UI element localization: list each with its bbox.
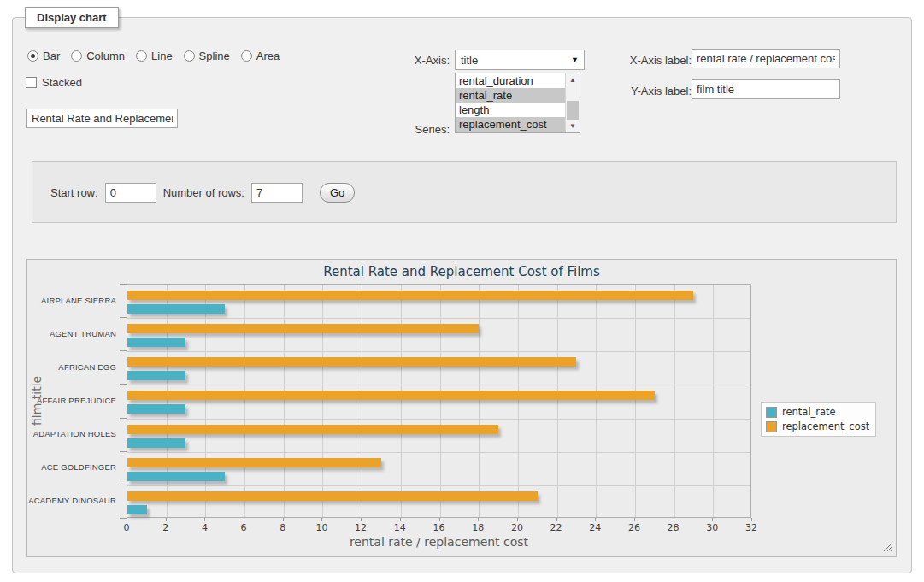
category-label: AFRICAN EGG	[27, 362, 116, 372]
panel-legend: Display chart	[25, 7, 119, 28]
x-tick-label: 30	[699, 522, 725, 533]
x-tick-label: 0	[114, 522, 139, 533]
plot-area	[127, 284, 751, 518]
radio-spline-icon[interactable]	[184, 50, 195, 62]
radio-area-icon[interactable]	[241, 50, 252, 62]
chart-title: Rental Rate and Replacement Cost of Film…	[27, 264, 896, 279]
bar-rental_rate	[127, 371, 185, 380]
series-listbox-scrollbar[interactable]: ▲ ▼	[565, 73, 580, 132]
category-label: AFFAIR PREJUDICE	[27, 396, 116, 405]
bar-rental_rate	[127, 505, 147, 514]
category-label: ADAPTATION HOLES	[27, 429, 116, 438]
series-listbox[interactable]: rental_duration rental_rate length repla…	[455, 73, 580, 133]
series-listbox-items: rental_duration rental_rate length repla…	[456, 73, 565, 132]
radio-bar-label: Bar	[43, 50, 60, 62]
radio-column-icon[interactable]	[71, 50, 82, 62]
category-label: ACE GOLDFINGER	[27, 462, 116, 472]
series-option-rental-rate[interactable]: rental_rate	[456, 88, 565, 103]
x-tick-label: 24	[582, 522, 608, 533]
radio-spline[interactable]: Spline	[184, 50, 230, 62]
scroll-down-icon[interactable]: ▼	[566, 120, 580, 132]
chart-legend: rental_ratereplacement_cost	[761, 402, 876, 437]
x-tick-label: 28	[661, 522, 686, 533]
stacked-label: Stacked	[42, 76, 82, 89]
radio-bar[interactable]: Bar	[27, 50, 60, 62]
radio-area[interactable]: Area	[241, 50, 280, 62]
scroll-up-icon[interactable]: ▲	[566, 73, 580, 86]
stacked-checkbox-row: Stacked	[26, 76, 82, 89]
series-option-rental-duration[interactable]: rental_duration	[456, 73, 565, 88]
rows-controls: Start row: Number of rows: Go	[50, 183, 355, 203]
rows-panel: Start row: Number of rows: Go	[32, 161, 897, 223]
category-label: ACADEMY DINOSAUR	[27, 496, 116, 505]
bar-replacement_cost	[127, 291, 693, 300]
x-tick-label: 12	[348, 522, 374, 533]
x-axis-select-value: title	[461, 54, 478, 67]
x-axis-label-field-label: X-Axis label:	[611, 54, 692, 67]
bar-replacement_cost	[127, 458, 381, 467]
y-axis-label-field-label: Y-Axis label:	[611, 85, 692, 97]
bar-rental_rate	[127, 472, 225, 481]
legend-swatch-icon	[766, 407, 777, 418]
x-tick-label: 32	[739, 522, 764, 533]
category-label: AGENT TRUMAN	[27, 329, 116, 338]
start-row-input[interactable]	[105, 183, 156, 203]
legend-label: rental_rate	[782, 406, 836, 418]
x-tick-label: 6	[231, 522, 256, 533]
bar-replacement_cost	[127, 491, 538, 501]
x-tick-label: 8	[270, 522, 296, 533]
x-tick-label: 20	[504, 522, 530, 533]
y-axis-label-input[interactable]	[692, 79, 840, 99]
go-button[interactable]: Go	[320, 183, 355, 203]
x-tick-label: 14	[387, 522, 413, 533]
x-tick-label: 18	[465, 522, 491, 533]
bar-replacement_cost	[127, 357, 576, 367]
radio-line-label: Line	[151, 50, 173, 62]
radio-bar-icon[interactable]	[27, 50, 38, 62]
legend-entry-rental_rate: rental_rate	[766, 406, 869, 418]
x-axis-select[interactable]: title ▼	[455, 50, 585, 70]
x-tick-label: 26	[621, 522, 647, 533]
legend-label: replacement_cost	[782, 420, 869, 432]
radio-area-label: Area	[256, 50, 280, 62]
x-axis-title: rental rate / replacement cost	[127, 535, 751, 549]
legend-swatch-icon	[766, 421, 777, 432]
display-chart-panel: Display chart Bar Column Line Spline Are…	[12, 17, 912, 573]
bar-rental_rate	[127, 438, 185, 448]
radio-line-icon[interactable]	[136, 50, 147, 62]
series-list-label: Series:	[385, 123, 450, 136]
series-option-length[interactable]: length	[456, 103, 565, 117]
stacked-checkbox[interactable]	[26, 77, 37, 88]
x-tick-label: 2	[153, 522, 179, 533]
bar-replacement_cost	[127, 425, 498, 434]
page: Display chart Bar Column Line Spline Are…	[0, 0, 924, 582]
number-of-rows-label: Number of rows:	[163, 186, 244, 199]
x-tick-label: 4	[191, 522, 217, 533]
category-label: AIRPLANE SIERRA	[27, 296, 116, 305]
x-tick-label: 10	[309, 522, 334, 533]
bar-rental_rate	[127, 304, 225, 314]
category-labels: AIRPLANE SIERRAAGENT TRUMANAFRICAN EGGAF…	[27, 284, 121, 518]
chart-type-radio-group: Bar Column Line Spline Area	[27, 50, 280, 62]
x-axis-select-label: X-Axis:	[385, 54, 450, 67]
scrollbar-thumb[interactable]	[567, 101, 579, 120]
radio-line[interactable]: Line	[136, 50, 173, 62]
start-row-label: Start row:	[50, 186, 98, 199]
chart-container: Rental Rate and Replacement Cost of Film…	[26, 259, 897, 557]
radio-column-label: Column	[86, 50, 125, 62]
x-tick-labels: 02468101214161820222426283032	[127, 518, 753, 537]
bar-rental_rate	[127, 404, 185, 414]
legend-entry-replacement_cost: replacement_cost	[766, 420, 869, 432]
bar-replacement_cost	[127, 391, 655, 400]
radio-spline-label: Spline	[199, 50, 230, 62]
x-tick-label: 16	[427, 522, 452, 533]
x-tick-label: 22	[544, 522, 569, 533]
x-axis-label-input[interactable]	[692, 49, 840, 68]
radio-column[interactable]: Column	[71, 50, 125, 62]
chart-title-input[interactable]	[26, 109, 178, 128]
series-option-replacement-cost[interactable]: replacement_cost	[456, 117, 565, 132]
bar-rental_rate	[127, 338, 185, 347]
resize-handle-icon[interactable]	[882, 542, 892, 551]
chevron-down-icon: ▼	[571, 56, 579, 64]
number-of-rows-input[interactable]	[251, 183, 303, 203]
